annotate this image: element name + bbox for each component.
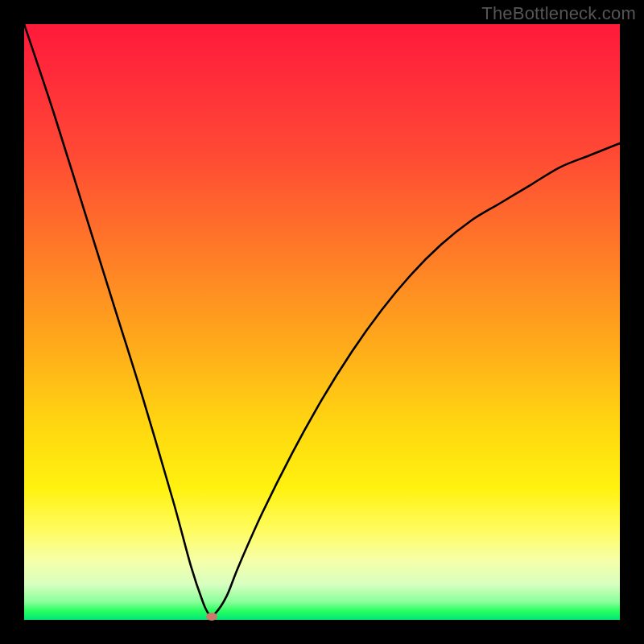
- optimum-marker: [206, 613, 217, 621]
- watermark-text: TheBottleneck.com: [481, 3, 636, 24]
- curve-svg: [24, 24, 620, 620]
- plot-area: [24, 24, 620, 620]
- bottleneck-curve: [24, 24, 620, 616]
